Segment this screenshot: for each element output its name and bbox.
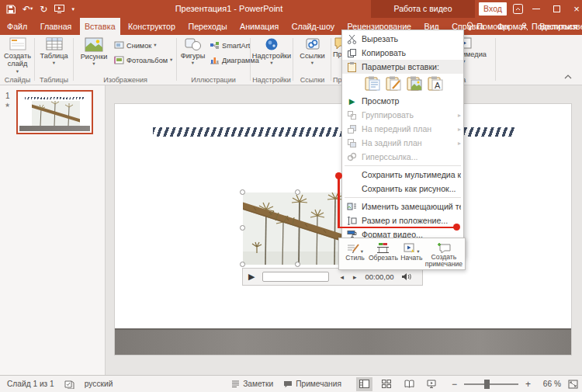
zoom-in-button[interactable]: + xyxy=(525,379,531,390)
resize-handle-bottom-center[interactable] xyxy=(295,262,300,267)
video-progress-bar[interactable] xyxy=(262,272,329,282)
fit-to-window-button[interactable] xyxy=(568,380,578,389)
ribbon-display-options-button[interactable] xyxy=(511,3,524,15)
view-normal-button[interactable] xyxy=(356,377,372,391)
paste-merge-button[interactable] xyxy=(386,76,402,91)
submenu-arrow-icon: ▸ xyxy=(456,112,461,119)
screenshot-icon xyxy=(114,41,124,50)
alt-text-icon xyxy=(347,202,357,211)
resize-handle-top-left[interactable] xyxy=(240,189,245,195)
play-pause-button[interactable]: ▶ xyxy=(248,272,255,282)
menu-item-group: Группировать ▸ xyxy=(342,108,463,122)
paste-icon xyxy=(347,61,357,72)
pictures-icon xyxy=(85,37,103,52)
links-button[interactable]: Ссылки ▾ xyxy=(294,37,331,66)
chart-icon xyxy=(210,56,220,64)
menu-item-save-as-picture[interactable]: Сохранить как рисунок... xyxy=(342,182,463,196)
slide-bottom-bar-shape[interactable] xyxy=(115,328,571,355)
menu-item-size-and-position[interactable]: Размер и положение... xyxy=(342,213,463,227)
group-divider xyxy=(34,38,35,81)
language-indicator[interactable]: русский xyxy=(85,380,113,388)
group-label-addins: Надстройки xyxy=(251,76,292,84)
annotation-line-vertical xyxy=(338,176,340,228)
bring-to-front-icon xyxy=(347,124,357,134)
menu-item-save-media-as[interactable]: Сохранить мультимедиа как... xyxy=(342,168,463,182)
menu-item-copy[interactable]: Копировать xyxy=(342,46,463,60)
dropdown-icon: ▾ xyxy=(92,61,95,67)
style-icon xyxy=(347,242,360,254)
size-position-icon xyxy=(347,216,357,226)
crop-button[interactable]: Обрезать xyxy=(369,240,398,268)
lightbulb-icon xyxy=(466,22,473,32)
menu-item-hyperlink: Гиперссылка... xyxy=(342,150,463,164)
scissors-icon xyxy=(347,34,357,44)
slideshow-view-icon xyxy=(427,380,436,388)
view-slideshow-button[interactable] xyxy=(424,377,440,391)
menu-item-preview[interactable]: ▶ Просмотр xyxy=(342,94,463,108)
ribbon-group-slides: Создать слайд ▾ Слайды xyxy=(2,35,33,85)
shapes-button[interactable]: Фигуры ▾ xyxy=(178,37,207,66)
ribbon: Создать слайд ▾ Слайды Таблица ▾ Таблицы… xyxy=(0,35,582,85)
annotation-dot-start xyxy=(335,172,342,179)
collapse-ribbon-button[interactable] xyxy=(562,72,574,82)
tab-home[interactable]: Главная xyxy=(36,18,77,35)
resize-handle-left[interactable] xyxy=(240,225,245,231)
start-label: Начать xyxy=(400,255,422,262)
minimize-button[interactable] xyxy=(527,0,546,18)
tab-animations[interactable]: Анимация xyxy=(235,18,283,35)
move-back-button[interactable]: ◂ xyxy=(340,273,344,281)
menu-item-cut[interactable]: Вырезать xyxy=(342,32,463,46)
minimize-icon xyxy=(532,9,540,9)
tab-design[interactable]: Конструктор xyxy=(123,18,180,35)
view-slide-sorter-button[interactable] xyxy=(379,377,395,391)
table-button[interactable]: Таблица ▾ xyxy=(36,37,72,66)
addins-button[interactable]: Надстройки ▾ xyxy=(251,37,292,66)
zoom-out-button[interactable]: − xyxy=(452,379,457,390)
view-reading-button[interactable] xyxy=(401,377,417,391)
share-button[interactable]: Поделиться xyxy=(520,22,577,31)
close-button[interactable]: × xyxy=(567,0,582,18)
menu-item-send-to-back: На задний план ▸ xyxy=(342,136,463,150)
pictures-label: Рисунки xyxy=(81,53,108,61)
maximize-button[interactable] xyxy=(547,0,566,18)
smartart-button[interactable]: SmartArt xyxy=(210,41,250,50)
group-divider xyxy=(331,38,331,81)
move-forward-button[interactable]: ▸ xyxy=(353,273,357,281)
create-comment-label: Создать примечание xyxy=(425,254,462,268)
menu-separator xyxy=(345,197,461,198)
comments-toggle[interactable]: Примечания xyxy=(283,380,341,388)
notes-toggle[interactable]: Заметки xyxy=(231,380,273,388)
group-label-slides: Слайды xyxy=(2,76,33,84)
mute-unmute-button[interactable] xyxy=(401,272,411,281)
dropdown-icon: ▾ xyxy=(270,61,272,66)
paste-keep-source-button[interactable] xyxy=(365,76,381,91)
zoom-slider-thumb[interactable] xyxy=(484,380,490,389)
resize-handle-top-center[interactable] xyxy=(295,189,300,195)
tab-slideshow[interactable]: Слайд-шоу xyxy=(287,18,339,35)
create-comment-button[interactable]: Создать примечание xyxy=(425,240,462,268)
paste-text-only-button[interactable]: A xyxy=(428,76,444,91)
video-object[interactable] xyxy=(243,193,353,265)
menu-item-edit-alt-text[interactable]: Изменить замещающий текст... xyxy=(342,199,463,213)
new-slide-button[interactable]: Создать слайд ▾ xyxy=(2,37,33,74)
tab-insert[interactable]: Вставка xyxy=(80,18,120,35)
group-divider xyxy=(495,38,496,81)
resize-handle-bottom-left[interactable] xyxy=(240,262,245,267)
paste-picture-button[interactable] xyxy=(407,76,423,91)
zoom-slider[interactable] xyxy=(464,383,518,385)
assistant-tab[interactable]: Помощн xyxy=(466,22,509,32)
style-button[interactable]: ▾ Стиль xyxy=(341,240,369,268)
spellcheck-button[interactable] xyxy=(64,380,74,389)
pictures-button[interactable]: Рисунки ▾ xyxy=(76,37,112,67)
tab-file[interactable]: Файл xyxy=(2,18,32,35)
photo-album-button[interactable]: Фотоальбом ▾ xyxy=(114,56,172,64)
slide-thumbnail[interactable] xyxy=(16,90,93,134)
zoom-level[interactable]: 66 % xyxy=(538,380,561,388)
start-button[interactable]: ▾ Начать xyxy=(398,240,425,268)
dropdown-icon: ▾ xyxy=(311,61,314,66)
sign-in-button[interactable]: Вход xyxy=(479,2,507,16)
tab-transitions[interactable]: Переходы xyxy=(183,18,231,35)
dropdown-icon: ▾ xyxy=(154,43,156,48)
screenshot-button[interactable]: Снимок ▾ xyxy=(114,41,157,50)
group-divider xyxy=(176,38,177,81)
